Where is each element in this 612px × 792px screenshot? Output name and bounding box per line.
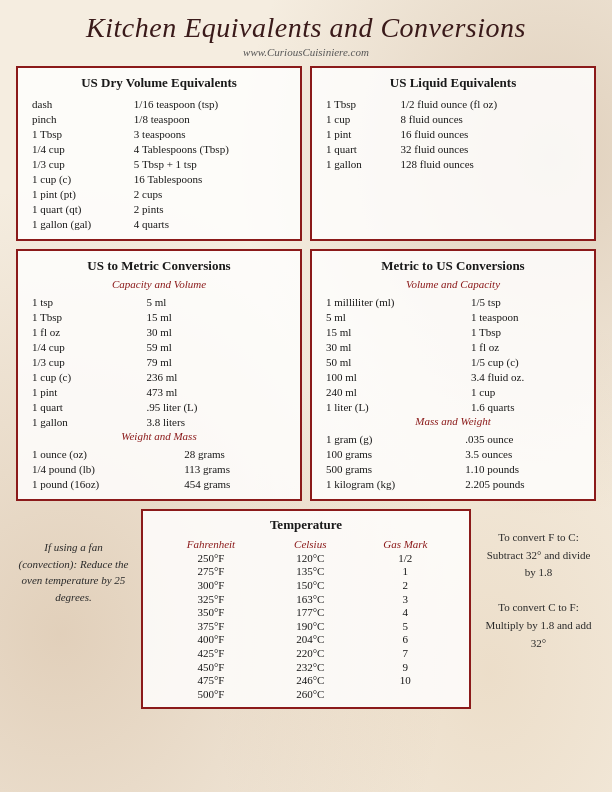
table-row: 1 quart32 fluid ounces [324,142,582,155]
temperature-table: FahrenheitCelsiusGas Mark 250°F120°C1/22… [153,537,459,701]
table-row: 30 ml1 fl oz [324,340,582,353]
table-row: 375°F190°C5 [153,619,459,633]
table-row: 1 gallon (gal)4 quarts [30,217,288,230]
table-row: 100 ml3.4 fluid oz. [324,370,582,383]
temp-column-header: Celsius [269,537,352,551]
table-row: 500°F260°C [153,687,459,701]
metric-to-us-subtitle2: Mass and Weight [322,415,584,427]
metric-to-us-vol-table: 1 milliliter (ml)1/5 tsp5 ml1 teaspoon15… [322,293,584,415]
table-row: dash1/16 teaspoon (tsp) [30,97,288,110]
table-row: 1 cup8 fluid ounces [324,112,582,125]
table-row: 400°F204°C6 [153,633,459,647]
table-row: 1 Tbsp3 teaspoons [30,127,288,140]
table-row: 1 pint473 ml [30,385,288,398]
metric-to-us-title: Metric to US Conversions [322,258,584,274]
top-grid: US Dry Volume Equivalents dash1/16 teasp… [16,66,596,241]
table-row: 475°F246°C10 [153,673,459,687]
metric-to-us-mass-table: 1 gram (g).035 ounce100 grams3.5 ounces5… [322,430,584,492]
table-row: 240 ml1 cup [324,385,582,398]
temp-column-header: Gas Mark [352,537,459,551]
table-row: 1 fl oz30 ml [30,325,288,338]
table-row: 275°F135°C1 [153,565,459,579]
us-to-metric-subtitle2: Weight and Mass [28,430,290,442]
table-row: 1 cup (c)16 Tablespoons [30,172,288,185]
table-row: 1 quart (qt)2 pints [30,202,288,215]
page-title: Kitchen Equivalents and Conversions [16,12,596,44]
metric-to-us-subtitle1: Volume and Capacity [322,278,584,290]
us-to-metric-vol-table: 1 tsp5 ml1 Tbsp15 ml1 fl oz30 ml1/4 cup5… [28,293,290,430]
table-row: 1 kilogram (kg)2.205 pounds [324,477,582,490]
table-row: 1 Tbsp15 ml [30,310,288,323]
table-row: 5 ml1 teaspoon [324,310,582,323]
liquid-equiv-table: 1 Tbsp1/2 fluid ounce (fl oz)1 cup8 flui… [322,95,584,172]
temperature-box: Temperature FahrenheitCelsiusGas Mark 25… [141,509,471,709]
dry-volume-title: US Dry Volume Equivalents [28,75,290,91]
table-row: 250°F120°C1/2 [153,551,459,565]
table-row: 1 gram (g).035 ounce [324,432,582,445]
metric-to-us-box: Metric to US Conversions Volume and Capa… [310,249,596,501]
table-row: 1 tsp5 ml [30,295,288,308]
temperature-title: Temperature [153,517,459,533]
table-row: 1/4 cup4 Tablespoons (Tbsp) [30,142,288,155]
page: Kitchen Equivalents and Conversions www.… [0,0,612,792]
dry-volume-box: US Dry Volume Equivalents dash1/16 teasp… [16,66,302,241]
temp-right-text: To convert F to C: Subtract 32° and divi… [481,509,596,652]
table-row: 1 liter (L)1.6 quarts [324,400,582,413]
liquid-equiv-box: US Liquid Equivalents 1 Tbsp1/2 fluid ou… [310,66,596,241]
table-row: 1 milliliter (ml)1/5 tsp [324,295,582,308]
table-row: 1 quart.95 liter (L) [30,400,288,413]
table-row: 100 grams3.5 ounces [324,447,582,460]
dry-volume-table: dash1/16 teaspoon (tsp)pinch1/8 teaspoon… [28,95,290,232]
table-row: 1 pound (16oz)454 grams [30,477,288,490]
temp-c-to-f: To convert C to F: Multiply by 1.8 and a… [485,601,591,648]
temp-column-header: Fahrenheit [153,537,269,551]
table-row: 350°F177°C4 [153,605,459,619]
table-row: 450°F232°C9 [153,660,459,674]
table-row: 500 grams1.10 pounds [324,462,582,475]
liquid-equiv-title: US Liquid Equivalents [322,75,584,91]
us-to-metric-box: US to Metric Conversions Capacity and Vo… [16,249,302,501]
table-row: 1 pint (pt)2 cups [30,187,288,200]
table-row: 425°F220°C7 [153,646,459,660]
us-to-metric-mass-table: 1 ounce (oz)28 grams1/4 pound (lb)113 gr… [28,445,290,492]
us-to-metric-subtitle1: Capacity and Volume [28,278,290,290]
table-row: 1 ounce (oz)28 grams [30,447,288,460]
table-row: 15 ml1 Tbsp [324,325,582,338]
temp-f-to-c: To convert F to C: Subtract 32° and divi… [487,531,591,578]
table-row: pinch1/8 teaspoon [30,112,288,125]
table-row: 1/4 pound (lb)113 grams [30,462,288,475]
table-row: 1 cup (c)236 ml [30,370,288,383]
middle-grid: US to Metric Conversions Capacity and Vo… [16,249,596,501]
us-to-metric-title: US to Metric Conversions [28,258,290,274]
table-row: 1 Tbsp1/2 fluid ounce (fl oz) [324,97,582,110]
table-row: 1 gallon128 fluid ounces [324,157,582,170]
temp-left-text: If using a fan (convection): Reduce the … [16,509,131,605]
table-row: 50 ml1/5 cup (c) [324,355,582,368]
table-row: 1/3 cup5 Tbsp + 1 tsp [30,157,288,170]
page-subtitle: www.CuriousCuisiniere.com [16,46,596,58]
table-row: 325°F163°C3 [153,592,459,606]
table-row: 1 gallon3.8 liters [30,415,288,428]
table-row: 1/4 cup59 ml [30,340,288,353]
table-row: 1 pint16 fluid ounces [324,127,582,140]
table-row: 300°F150°C2 [153,578,459,592]
temperature-section: If using a fan (convection): Reduce the … [16,509,596,709]
table-row: 1/3 cup79 ml [30,355,288,368]
